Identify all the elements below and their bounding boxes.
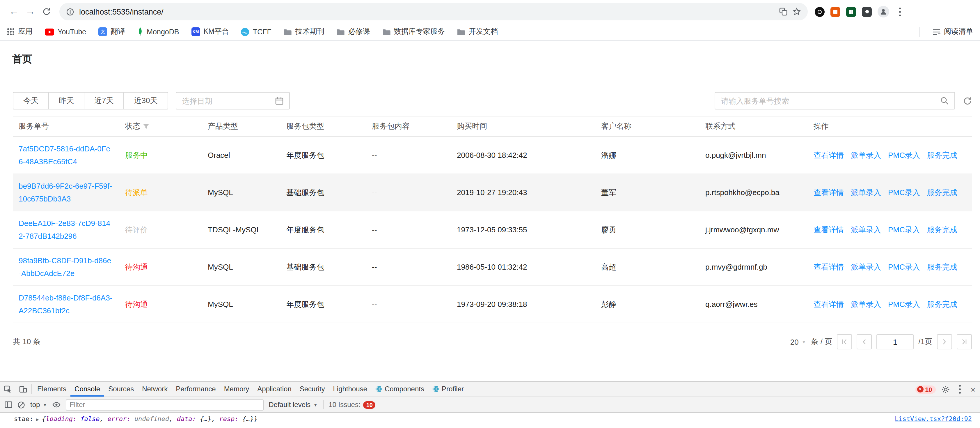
tab-elements[interactable]: Elements bbox=[33, 382, 70, 396]
pmc-entry-link[interactable]: PMC录入 bbox=[888, 188, 920, 196]
device-toolbar-icon[interactable] bbox=[15, 382, 30, 396]
settings-gear-icon[interactable] bbox=[942, 385, 950, 393]
translate-page-icon[interactable] bbox=[779, 8, 788, 16]
dispatch-entry-link[interactable]: 派单录入 bbox=[851, 188, 881, 196]
url-text[interactable]: localhost:5535/instance/ bbox=[79, 7, 774, 16]
filter-7days-button[interactable]: 近7天 bbox=[84, 92, 124, 109]
dispatch-entry-link[interactable]: 派单录入 bbox=[851, 262, 881, 271]
tab-components[interactable]: Components bbox=[371, 382, 428, 396]
bookmark-folder-course[interactable]: 必修课 bbox=[337, 27, 370, 37]
extension-icon-2[interactable] bbox=[830, 7, 840, 17]
youtube-icon bbox=[45, 28, 54, 35]
bookmark-mongodb[interactable]: MongoDB bbox=[137, 27, 179, 36]
source-link[interactable]: ListView.tsx?f20d:92 bbox=[895, 415, 975, 423]
view-detail-link[interactable]: 查看详情 bbox=[814, 300, 844, 308]
dispatch-entry-link[interactable]: 派单录入 bbox=[851, 150, 881, 159]
contact-cell: p.mvy@gdrmnf.gb bbox=[700, 248, 808, 286]
eye-icon[interactable] bbox=[52, 402, 60, 407]
browser-menu-kebab-icon[interactable] bbox=[895, 5, 904, 18]
dispatch-entry-link[interactable]: 派单录入 bbox=[851, 300, 881, 308]
bookmark-folder-db-service[interactable]: 数据库专家服务 bbox=[382, 27, 445, 37]
extension-icon-3[interactable] bbox=[846, 7, 856, 17]
site-info-icon[interactable] bbox=[66, 8, 74, 16]
tab-console[interactable]: Console bbox=[70, 382, 104, 396]
translate-icon: 文 bbox=[99, 27, 107, 36]
console-message[interactable]: stae: ▶ DetailInfo {…} DetailView.tsx?2b… bbox=[0, 426, 980, 428]
service-id-link[interactable]: be9B7dd6-9F2c-6e97-F59f-10c675bDb3A3 bbox=[19, 182, 112, 203]
next-page-button[interactable] bbox=[937, 334, 952, 350]
reload-icon[interactable] bbox=[38, 3, 55, 20]
tab-performance[interactable]: Performance bbox=[172, 382, 220, 396]
service-complete-link[interactable]: 服务完成 bbox=[927, 150, 957, 159]
clear-console-icon[interactable] bbox=[18, 401, 25, 409]
inspect-element-icon[interactable] bbox=[0, 382, 15, 396]
page-number-input[interactable] bbox=[877, 334, 914, 350]
bookmark-youtube[interactable]: YouTube bbox=[45, 28, 86, 36]
table-footer: 共 10 条 20▼ 条 / 页 /1页 bbox=[13, 334, 972, 350]
filter-today-button[interactable]: 今天 bbox=[13, 92, 49, 109]
back-icon[interactable]: ← bbox=[6, 3, 22, 20]
bookmark-folder-dev-doc[interactable]: 开发文档 bbox=[457, 27, 498, 37]
first-page-button[interactable] bbox=[837, 334, 852, 350]
dispatch-entry-link[interactable]: 派单录入 bbox=[851, 225, 881, 234]
service-complete-link[interactable]: 服务完成 bbox=[927, 262, 957, 271]
execution-context-select[interactable]: top▼ bbox=[30, 401, 47, 409]
date-input[interactable] bbox=[182, 96, 275, 105]
date-picker[interactable] bbox=[175, 92, 290, 109]
page-size-select[interactable]: 20▼ bbox=[790, 337, 806, 346]
bookmark-translate[interactable]: 文 翻译 bbox=[99, 27, 125, 37]
forward-icon[interactable]: → bbox=[22, 3, 38, 20]
tab-sources[interactable]: Sources bbox=[104, 382, 138, 396]
tab-application[interactable]: Application bbox=[253, 382, 295, 396]
tab-memory[interactable]: Memory bbox=[220, 382, 253, 396]
status-badge: 待派单 bbox=[125, 188, 148, 196]
chevron-down-icon: ▼ bbox=[43, 402, 47, 407]
service-complete-link[interactable]: 服务完成 bbox=[927, 188, 957, 196]
bookmark-star-icon[interactable] bbox=[792, 8, 801, 16]
expand-arrow-icon[interactable]: ▶ bbox=[36, 416, 39, 423]
filter-yesterday-button[interactable]: 昨天 bbox=[48, 92, 84, 109]
profile-avatar[interactable] bbox=[878, 6, 889, 18]
view-detail-link[interactable]: 查看详情 bbox=[814, 150, 844, 159]
address-bar[interactable]: localhost:5535/instance/ bbox=[59, 3, 808, 21]
filter-funnel-icon[interactable] bbox=[143, 124, 149, 129]
filter-30days-button[interactable]: 近30天 bbox=[123, 92, 168, 109]
log-levels-select[interactable]: Default levels▼ bbox=[269, 401, 317, 409]
view-detail-link[interactable]: 查看详情 bbox=[814, 225, 844, 234]
view-detail-link[interactable]: 查看详情 bbox=[814, 188, 844, 196]
tab-lighthouse[interactable]: Lighthouse bbox=[329, 382, 371, 396]
pmc-entry-link[interactable]: PMC录入 bbox=[888, 262, 920, 271]
search-input[interactable] bbox=[721, 96, 940, 105]
service-id-link[interactable]: 98fa9Bfb-C8DF-D91b-d86e-AbbDcAdcE72e bbox=[19, 256, 111, 278]
service-complete-link[interactable]: 服务完成 bbox=[927, 300, 957, 308]
bookmark-apps[interactable]: 应用 bbox=[7, 27, 33, 37]
service-id-link[interactable]: 7af5DCD7-5816-ddDA-0Fe6-48A3BEc65fC4 bbox=[19, 144, 110, 166]
tab-profiler[interactable]: Profiler bbox=[428, 382, 468, 396]
bookmark-km[interactable]: KM KM平台 bbox=[191, 27, 229, 37]
devtools-menu-kebab-icon[interactable] bbox=[956, 383, 965, 396]
close-icon[interactable]: × bbox=[971, 385, 975, 394]
issues-counter[interactable]: 10 Issues: 10 bbox=[329, 401, 375, 409]
view-detail-link[interactable]: 查看详情 bbox=[814, 262, 844, 271]
last-page-button[interactable] bbox=[957, 334, 972, 350]
tab-security[interactable]: Security bbox=[296, 382, 329, 396]
service-id-link[interactable]: D78544eb-f88e-Df8F-d6A3-A22BC361bf2c bbox=[19, 294, 112, 315]
console-message[interactable]: stae: ▶ {loading: false, error: undefine… bbox=[0, 413, 980, 426]
service-complete-link[interactable]: 服务完成 bbox=[927, 225, 957, 234]
bookmark-tcff[interactable]: TCFF bbox=[241, 28, 272, 36]
extension-icon-4[interactable] bbox=[862, 7, 872, 17]
console-filter-input[interactable] bbox=[65, 399, 263, 410]
pmc-entry-link[interactable]: PMC录入 bbox=[888, 150, 920, 159]
console-sidebar-icon[interactable] bbox=[5, 401, 12, 408]
search-box[interactable] bbox=[714, 92, 955, 109]
error-count-badge[interactable]: ×10 bbox=[915, 385, 936, 393]
pmc-entry-link[interactable]: PMC录入 bbox=[888, 300, 920, 308]
tab-network[interactable]: Network bbox=[138, 382, 172, 396]
extension-icon-1[interactable] bbox=[815, 7, 825, 17]
refresh-button[interactable] bbox=[963, 96, 972, 105]
prev-page-button[interactable] bbox=[857, 334, 872, 350]
reading-list-button[interactable]: 阅读清单 bbox=[932, 27, 973, 37]
bookmark-folder-journal[interactable]: 技术期刊 bbox=[284, 27, 325, 37]
pmc-entry-link[interactable]: PMC录入 bbox=[888, 225, 920, 234]
service-id-link[interactable]: DeeEA10F-2e83-7cD9-8142-787dB142b296 bbox=[19, 219, 110, 240]
